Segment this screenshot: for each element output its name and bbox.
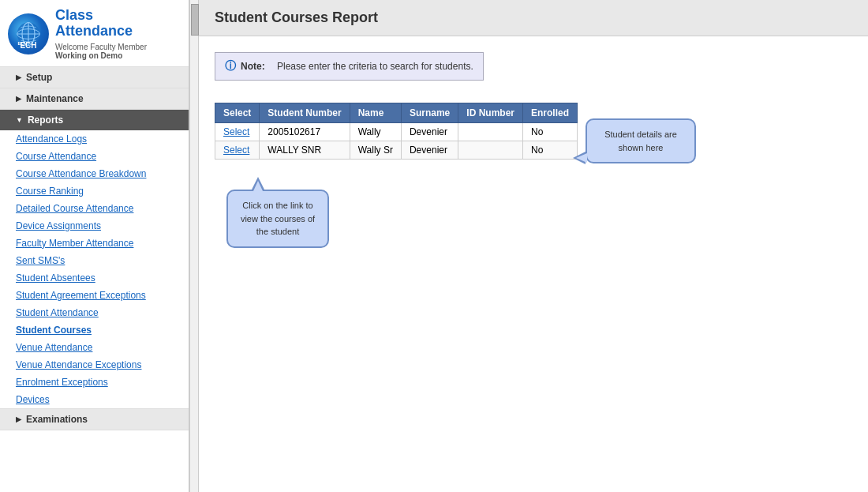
globe-icon: ECH (16, 21, 41, 47)
nav-detailed-course-attendance[interactable]: Detailed Course Attendance (0, 200, 189, 217)
th-id-number: ID Number (458, 103, 523, 123)
nav-course-attendance-breakdown[interactable]: Course Attendance Breakdown (0, 165, 189, 182)
td-enrolled-2: No (522, 141, 577, 160)
nav-student-absentees[interactable]: Student Absentees (0, 269, 189, 287)
info-icon: ⓘ (225, 59, 236, 73)
setup-arrow-icon: ▶ (16, 73, 21, 81)
reports-header[interactable]: ▼ Reports (0, 110, 189, 130)
examinations-label: Examinations (26, 414, 88, 425)
th-surname: Surname (401, 103, 458, 123)
nav-course-attendance[interactable]: Course Attendance (0, 148, 189, 165)
section-examinations: ▶ Examinations (0, 409, 189, 430)
examinations-arrow-icon: ▶ (16, 415, 21, 423)
section-reports: ▼ Reports Attendance Logs Course Attenda… (0, 110, 189, 409)
student-table: Select Student Number Name Surname ID Nu… (215, 103, 578, 160)
td-id-2 (458, 141, 523, 160)
page-header: Student Courses Report (199, 0, 868, 36)
reports-arrow-icon: ▼ (16, 116, 23, 124)
select-link-2[interactable]: Select (223, 145, 249, 156)
table-area: Select Student Number Name Surname ID Nu… (215, 103, 852, 160)
td-enrolled-1: No (522, 123, 577, 141)
td-id-1 (458, 123, 523, 141)
nav-faculty-member-attendance[interactable]: Faculty Member Attendance (0, 235, 189, 252)
section-setup: ▶ Setup (0, 67, 189, 88)
section-maintenance: ▶ Maintenance (0, 88, 189, 110)
td-name-2: Wally Sr (350, 141, 401, 160)
table-row: Select 2005102617 Wally Devenier No (215, 123, 578, 141)
note-box: ⓘ Note: Please enter the criteria to sea… (215, 52, 484, 81)
nav-venue-attendance[interactable]: Venue Attendance (0, 339, 189, 356)
nav-enrolment-exceptions[interactable]: Enrolment Exceptions (0, 374, 189, 391)
note-prefix: Note: (241, 61, 265, 72)
nav-student-agreement-exceptions[interactable]: Student Agreement Exceptions (0, 287, 189, 304)
td-select-1: Select (215, 123, 260, 141)
app-title-class: Class (55, 8, 147, 24)
td-student-number-1: 2005102617 (260, 123, 350, 141)
main-content: Student Courses Report ⓘ Note: Please en… (199, 0, 868, 492)
reports-items: Attendance Logs Course Attendance Course… (0, 130, 189, 408)
nav-devices[interactable]: Devices (0, 391, 189, 408)
examinations-header[interactable]: ▶ Examinations (0, 409, 189, 430)
callout-student-details: Student details areshown here (586, 118, 696, 163)
td-select-2: Select (215, 141, 260, 160)
select-link-1[interactable]: Select (223, 126, 249, 137)
setup-header[interactable]: ▶ Setup (0, 67, 189, 88)
nav-student-courses[interactable]: Student Courses (0, 321, 189, 339)
welcome-text: Welcome Faculty Member (55, 43, 147, 51)
table-header-row: Select Student Number Name Surname ID Nu… (215, 103, 578, 123)
note-text: Please enter the criteria to search for … (277, 61, 473, 72)
th-student-number: Student Number (260, 103, 350, 123)
app-title: Class Attendance Welcome Faculty Member … (55, 8, 147, 60)
app-logo: ECH (8, 13, 49, 54)
page-title: Student Courses Report (215, 9, 852, 26)
svg-text:ECH: ECH (17, 40, 27, 45)
scrollbar[interactable] (189, 0, 199, 492)
maintenance-header[interactable]: ▶ Maintenance (0, 88, 189, 109)
th-enrolled: Enrolled (522, 103, 577, 123)
callout-courses: Click on the link toview the courses oft… (226, 190, 329, 248)
td-surname-2: Devenier (401, 141, 458, 160)
nav-course-ranking[interactable]: Course Ranking (0, 182, 189, 200)
nav-device-assignments[interactable]: Device Assignments (0, 217, 189, 235)
nav-venue-attendance-exceptions[interactable]: Venue Attendance Exceptions (0, 356, 189, 374)
scroll-thumb[interactable] (191, 4, 199, 36)
th-name: Name (350, 103, 401, 123)
nav-attendance-logs[interactable]: Attendance Logs (0, 130, 189, 148)
table-row: Select WALLY SNR Wally Sr Devenier No (215, 141, 578, 160)
th-select: Select (215, 103, 260, 123)
content-area: ⓘ Note: Please enter the criteria to sea… (199, 36, 868, 492)
sidebar: ECH Class Attendance Welcome Faculty Mem… (0, 0, 189, 492)
nav-student-attendance[interactable]: Student Attendance (0, 304, 189, 321)
reports-label: Reports (28, 115, 63, 126)
maintenance-arrow-icon: ▶ (16, 95, 21, 103)
td-surname-1: Devenier (401, 123, 458, 141)
sidebar-header: ECH Class Attendance Welcome Faculty Mem… (0, 0, 189, 67)
td-student-number-2: WALLY SNR (260, 141, 350, 160)
nav-sent-sms[interactable]: Sent SMS's (0, 252, 189, 269)
maintenance-label: Maintenance (26, 93, 84, 104)
app-title-attendance: Attendance (55, 24, 147, 39)
td-name-1: Wally (350, 123, 401, 141)
setup-label: Setup (26, 72, 52, 83)
working-text: Working on Demo (55, 51, 147, 60)
